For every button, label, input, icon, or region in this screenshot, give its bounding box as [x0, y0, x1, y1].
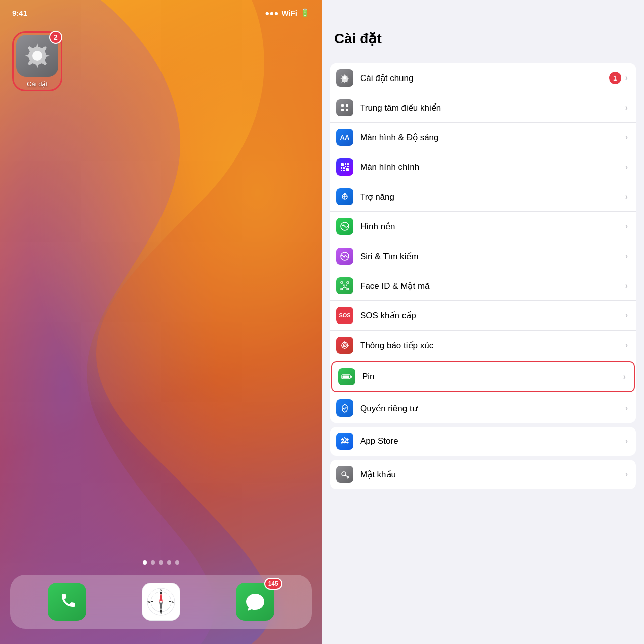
- control-center-right: ›: [625, 103, 628, 112]
- siri-chevron: ›: [625, 252, 628, 261]
- svg-rect-36: [341, 282, 343, 283]
- general-icon: [336, 69, 353, 87]
- settings-item-home-screen[interactable]: Màn hình chính ›: [330, 152, 636, 182]
- svg-rect-22: [345, 166, 346, 167]
- battery-chevron: ›: [623, 372, 626, 381]
- svg-rect-15: [341, 104, 344, 107]
- dot-2: [151, 560, 155, 565]
- svg-rect-39: [347, 288, 349, 290]
- dot-5: [175, 560, 179, 565]
- sos-label: SOS khẩn cấp: [360, 310, 625, 321]
- svg-point-34: [343, 225, 344, 226]
- svg-rect-24: [341, 167, 342, 169]
- settings-panel: Cài đặt Cài đặt chung 1 ›: [322, 0, 644, 644]
- svg-rect-16: [346, 104, 348, 107]
- accessibility-icon: [336, 188, 353, 205]
- signal-icon: ●●●: [265, 9, 278, 17]
- svg-rect-18: [346, 109, 348, 111]
- status-bar: 9:41 ●●● WiFi 🔋: [0, 0, 322, 21]
- appstore-icon: [336, 433, 353, 450]
- battery-icon: 🔋: [300, 8, 310, 17]
- settings-item-wallpaper[interactable]: Hình nền ›: [330, 212, 636, 242]
- settings-app-label: Cài đặt: [27, 80, 48, 88]
- svg-rect-26: [341, 170, 342, 171]
- general-label: Cài đặt chung: [360, 73, 609, 84]
- home-screen-chevron: ›: [625, 163, 628, 172]
- privacy-icon: [336, 399, 353, 417]
- settings-item-faceid[interactable]: Face ID & Mật mã ›: [330, 271, 636, 301]
- svg-rect-20: [345, 163, 346, 165]
- settings-item-general[interactable]: Cài đặt chung 1 ›: [330, 63, 636, 93]
- time: 9:41: [12, 9, 27, 17]
- privacy-right: ›: [625, 404, 628, 413]
- exposure-right: ›: [625, 341, 628, 350]
- settings-header: Cài đặt: [322, 0, 644, 53]
- dock-phone[interactable]: [48, 583, 86, 621]
- passwords-label: Mật khẩu: [360, 469, 625, 480]
- dot-1: [143, 560, 147, 565]
- battery-label: Pin: [362, 372, 623, 382]
- home-screen-icon: [336, 158, 353, 176]
- svg-rect-23: [347, 166, 349, 167]
- settings-item-accessibility[interactable]: Trợ năng ›: [330, 182, 636, 212]
- page-dots: [0, 554, 322, 575]
- exposure-icon: [336, 337, 353, 354]
- dot-4: [167, 560, 171, 565]
- settings-panel-title: Cài đặt: [334, 30, 632, 47]
- appstore-chevron: ›: [625, 437, 628, 446]
- dot-3: [159, 560, 163, 565]
- settings-badge: 2: [49, 31, 62, 44]
- svg-text:S: S: [160, 612, 162, 615]
- dock-safari[interactable]: N S W E: [142, 583, 180, 621]
- settings-item-exposure[interactable]: Thông báo tiếp xúc ›: [330, 331, 636, 360]
- privacy-chevron: ›: [625, 404, 628, 413]
- general-badge: 1: [609, 72, 621, 84]
- display-label: Màn hình & Độ sáng: [360, 132, 625, 143]
- appstore-label: App Store: [360, 436, 625, 446]
- settings-item-control-center[interactable]: Trung tâm điều khiển ›: [330, 93, 636, 123]
- dock-messages[interactable]: 145: [236, 583, 274, 621]
- svg-rect-27: [343, 170, 345, 171]
- faceid-icon: [336, 277, 353, 294]
- settings-item-privacy[interactable]: Quyền riêng tư ›: [330, 393, 636, 423]
- appstore-right: ›: [625, 437, 628, 446]
- svg-rect-38: [341, 288, 343, 290]
- messages-badge: 145: [264, 578, 282, 590]
- svg-text:W: W: [147, 600, 150, 603]
- sos-right: ›: [625, 311, 628, 320]
- svg-rect-21: [347, 163, 349, 165]
- passwords-icon: [336, 466, 353, 483]
- settings-group-passwords: Mật khẩu ›: [330, 460, 636, 489]
- control-center-icon: [336, 99, 353, 116]
- settings-item-sos[interactable]: SOS SOS khẩn cấp ›: [330, 301, 636, 331]
- home-screen-right: ›: [625, 163, 628, 172]
- settings-item-appstore[interactable]: App Store ›: [330, 427, 636, 456]
- svg-rect-25: [343, 167, 345, 169]
- svg-text:E: E: [172, 600, 174, 603]
- faceid-chevron: ›: [625, 281, 628, 290]
- general-chevron: ›: [625, 73, 628, 83]
- passwords-right: ›: [625, 470, 628, 479]
- wifi-icon: WiFi: [281, 9, 297, 17]
- settings-item-battery[interactable]: Pin ›: [331, 361, 635, 392]
- svg-rect-28: [346, 168, 349, 171]
- svg-rect-52: [343, 376, 349, 378]
- sos-icon: SOS: [336, 307, 353, 324]
- siri-right: ›: [625, 252, 628, 261]
- control-center-label: Trung tâm điều khiển: [360, 103, 625, 113]
- svg-point-45: [344, 345, 345, 346]
- settings-list[interactable]: Cài đặt chung 1 › Trung tâm điều khiển: [322, 53, 644, 644]
- wallpaper-right: ›: [625, 222, 628, 231]
- settings-app-icon[interactable]: 2 Cài đặt: [12, 31, 62, 91]
- settings-item-siri[interactable]: Siri & Tìm kiếm ›: [330, 242, 636, 271]
- dock: N S W E 145: [10, 575, 312, 629]
- svg-rect-17: [341, 109, 344, 111]
- battery-right: ›: [623, 372, 626, 381]
- settings-item-passwords[interactable]: Mật khẩu ›: [330, 460, 636, 489]
- faceid-label: Face ID & Mật mã: [360, 281, 625, 291]
- settings-item-display[interactable]: AA Màn hình & Độ sáng ›: [330, 123, 636, 152]
- app-grid: 2 Cài đặt: [0, 21, 322, 554]
- general-right: 1 ›: [609, 72, 628, 84]
- settings-group-main: Cài đặt chung 1 › Trung tâm điều khiển: [330, 63, 636, 423]
- display-right: ›: [625, 133, 628, 142]
